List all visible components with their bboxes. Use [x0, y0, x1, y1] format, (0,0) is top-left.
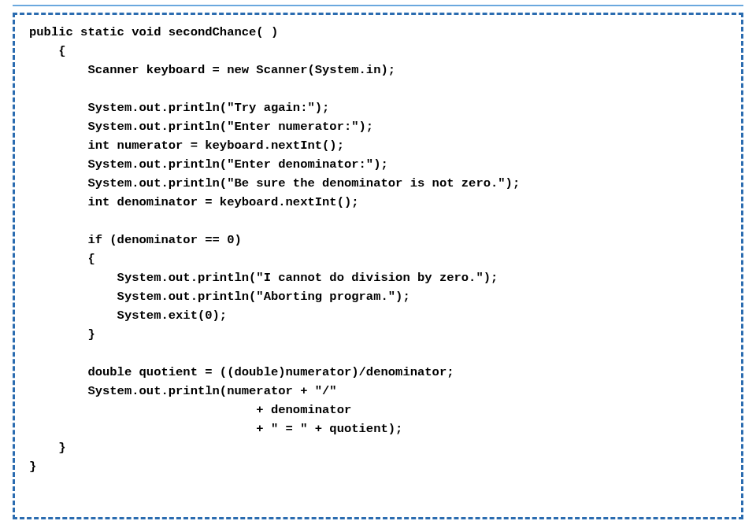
top-border-line — [13, 5, 743, 6]
code-block: public static void secondChance( ) { Sca… — [29, 23, 727, 476]
code-box: public static void secondChance( ) { Sca… — [13, 13, 743, 519]
